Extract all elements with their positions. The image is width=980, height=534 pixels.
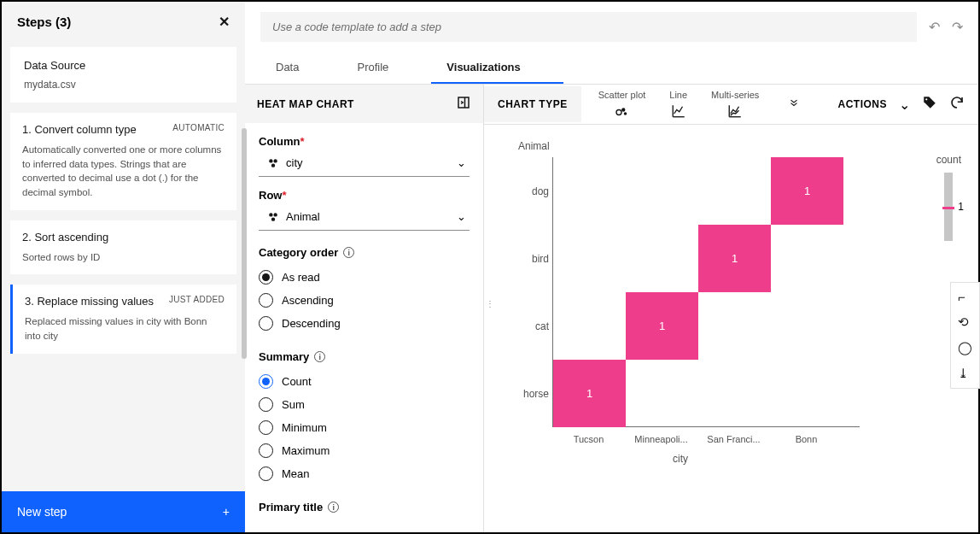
tag-icon[interactable]	[922, 95, 937, 114]
x-tick: Minneapoli...	[634, 434, 687, 444]
tab-data[interactable]: Data	[260, 52, 341, 84]
floating-toolbar: ⌐ ⟲ ◯ ⤓	[950, 282, 980, 389]
row-select[interactable]: Animal ⌄	[259, 203, 470, 231]
svg-point-2	[273, 159, 277, 162]
redo-icon[interactable]: ↷	[952, 19, 963, 35]
y-axis-label: Animal	[518, 140, 550, 152]
chevron-down-icon: ⌄	[457, 210, 466, 223]
chart-name: HEAT MAP CHART	[257, 98, 354, 110]
data-source-card[interactable]: Data Source mydata.csv	[10, 47, 236, 103]
svg-point-8	[622, 109, 625, 111]
data-source-file: mydata.csv	[24, 79, 223, 91]
download-icon[interactable]: ⤓	[958, 366, 972, 381]
refresh-icon[interactable]	[949, 95, 965, 114]
radio-maximum[interactable]: Maximum	[259, 439, 470, 462]
config-panel: HEAT MAP CHART Column* city ⌄ Row* Anima…	[245, 85, 484, 532]
new-step-button[interactable]: New step+	[2, 491, 245, 532]
svg-point-10	[925, 98, 927, 100]
tab-profile[interactable]: Profile	[341, 52, 431, 84]
chart-type-multiseries[interactable]: Multi-series	[711, 90, 759, 119]
radio-ascending[interactable]: Ascending	[259, 289, 470, 312]
actions-label[interactable]: ACTIONS	[838, 98, 888, 110]
radio-count[interactable]: Count	[259, 370, 470, 393]
legend-scale[interactable]: 1	[944, 173, 953, 241]
step-1[interactable]: 1. Convert column typeAUTOMATIC Automati…	[10, 113, 236, 210]
svg-point-1	[269, 159, 272, 162]
data-source-label: Data Source	[24, 59, 223, 72]
column-select[interactable]: city ⌄	[259, 150, 470, 177]
heatmap-cell[interactable]: 1	[553, 360, 626, 427]
undo-icon[interactable]: ↶	[929, 19, 940, 35]
y-tick: cat	[501, 320, 549, 332]
chart-type-line[interactable]: Line	[669, 90, 687, 119]
steps-sidebar: Steps (3) ✕ Data Source mydata.csv 1. Co…	[2, 2, 245, 532]
chevron-down-icon[interactable]: ⌄	[899, 97, 910, 113]
svg-point-6	[271, 217, 275, 220]
svg-point-9	[625, 113, 627, 114]
tab-visualizations[interactable]: Visualizations	[431, 52, 563, 84]
chevron-down-icon: ⌄	[457, 156, 466, 169]
crop-icon[interactable]: ⌐	[958, 290, 972, 304]
code-template-input[interactable]: Use a code template to add a step	[260, 12, 917, 42]
y-tick: horse	[501, 388, 549, 400]
svg-point-5	[273, 213, 277, 216]
heatmap-cell[interactable]: 1	[771, 157, 843, 225]
y-tick: bird	[501, 253, 549, 265]
expand-types-icon[interactable]	[776, 97, 812, 112]
rotate-icon[interactable]: ⟲	[958, 314, 972, 330]
svg-point-4	[269, 213, 272, 216]
x-tick: Tucson	[574, 434, 604, 444]
heatmap-cell[interactable]: 1	[626, 292, 698, 360]
radio-mean[interactable]: Mean	[259, 462, 470, 485]
sidebar-title: Steps (3)	[17, 15, 71, 29]
heatmap-cell[interactable]: 1	[698, 225, 771, 292]
radio-as-read[interactable]: As read	[259, 266, 470, 289]
scrollbar[interactable]	[242, 128, 247, 359]
info-icon[interactable]: i	[314, 351, 325, 362]
x-tick: Bonn	[796, 434, 818, 444]
radio-descending[interactable]: Descending	[259, 312, 470, 335]
resize-handle[interactable]: ⋮	[486, 299, 493, 308]
info-icon[interactable]: i	[328, 502, 339, 513]
step-2[interactable]: 2. Sort ascending Sorted rows by ID	[10, 220, 236, 275]
close-icon[interactable]: ✕	[219, 14, 230, 30]
collapse-icon[interactable]	[456, 95, 471, 113]
chart-type-scatter[interactable]: Scatter plot	[598, 90, 646, 119]
radio-minimum[interactable]: Minimum	[259, 416, 470, 439]
x-axis-label: city	[673, 453, 688, 465]
plus-icon: +	[223, 505, 230, 519]
heatmap-chart: Animal 1111 city dogbirdcathorseTucsonMi…	[501, 145, 860, 470]
svg-point-3	[271, 163, 275, 167]
loop-icon[interactable]: ◯	[958, 340, 972, 355]
step-3[interactable]: 3. Replace missing valuesJUST ADDED Repl…	[10, 285, 236, 353]
chart-type-label: CHART TYPE	[484, 86, 581, 122]
svg-point-7	[616, 110, 621, 115]
y-tick: dog	[501, 185, 549, 197]
radio-sum[interactable]: Sum	[259, 393, 470, 416]
x-tick: San Franci...	[707, 434, 760, 444]
info-icon[interactable]: i	[343, 247, 354, 258]
